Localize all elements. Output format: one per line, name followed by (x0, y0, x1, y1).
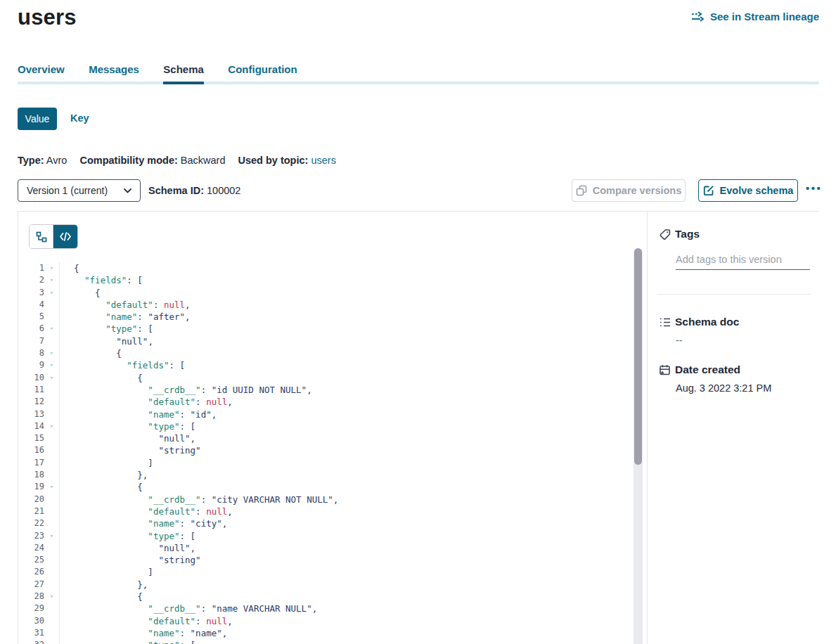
evolve-schema-button[interactable]: Evolve schema (698, 179, 798, 202)
fold-spacer (44, 517, 59, 529)
date-created-section-title: Date created (675, 363, 740, 376)
line-number: 21 (18, 505, 44, 517)
fold-spacer (44, 494, 59, 505)
add-tags-input[interactable] (676, 252, 810, 270)
key-toggle-link[interactable]: Key (70, 112, 89, 124)
value-toggle-button[interactable]: Value (18, 108, 57, 130)
sidebar-divider (657, 294, 811, 295)
schema-doc-value: -- (676, 335, 683, 346)
fold-toggle-icon[interactable]: ▾ (44, 530, 59, 542)
fold-spacer (44, 408, 59, 420)
fold-toggle-icon[interactable]: ▾ (44, 262, 59, 274)
line-number: 10 (18, 372, 44, 384)
page-title: users (18, 5, 77, 30)
line-number: 1 (18, 262, 44, 274)
version-select[interactable]: Version 1 (current) (18, 179, 141, 202)
tab-schema[interactable]: Schema (163, 63, 204, 83)
fold-spacer (44, 566, 59, 578)
fold-spacer (44, 335, 59, 347)
chevron-down-icon (124, 188, 131, 193)
schema-id-field: Schema ID: 100002 (148, 185, 240, 196)
topic-link[interactable]: users (311, 155, 335, 166)
fold-toggle-icon[interactable]: ▾ (44, 420, 59, 432)
fold-spacer (44, 554, 59, 566)
fold-toggle-icon[interactable]: ▾ (44, 323, 59, 335)
line-number: 28 (18, 591, 44, 603)
tab-bar: Overview Messages Schema Configuration (18, 63, 819, 84)
tree-view-button[interactable] (30, 225, 53, 248)
line-number: 14 (18, 420, 44, 432)
fold-spacer (44, 615, 59, 627)
fold-spacer (44, 396, 59, 408)
used-by-topic-field: Used by topic: users (238, 155, 335, 166)
editor-scrollbar-thumb[interactable] (634, 248, 642, 465)
line-number: 20 (18, 494, 44, 505)
code-brackets-icon (60, 232, 71, 241)
fold-spacer (44, 311, 59, 323)
line-number: 5 (18, 311, 44, 323)
calendar-add-icon (659, 364, 671, 377)
line-number: 19 (18, 481, 44, 493)
line-number: 15 (18, 432, 44, 444)
line-number: 13 (18, 408, 44, 420)
compare-versions-button[interactable]: Compare versions (572, 179, 686, 202)
fold-spacer (44, 432, 59, 444)
fold-toggle-icon[interactable]: ▾ (44, 287, 59, 299)
line-number: 27 (18, 579, 44, 591)
line-number: 9 (18, 359, 44, 371)
fold-spacer (44, 627, 59, 639)
schema-editor-panel: 1▾{2▾ "fields": [3▾ {4 "default": null,5… (18, 211, 819, 644)
fold-toggle-icon[interactable]: ▾ (44, 372, 59, 384)
fold-toggle-icon[interactable]: ▾ (44, 591, 59, 603)
copy-cards-icon (576, 185, 587, 196)
schema-doc-section-title: Schema doc (675, 316, 739, 328)
fold-toggle-icon[interactable]: ▾ (44, 347, 59, 359)
line-number: 26 (18, 566, 44, 578)
fold-spacer (44, 542, 59, 554)
line-number: 8 (18, 347, 44, 359)
tree-view-icon (36, 231, 47, 243)
line-number: 31 (18, 627, 44, 639)
compatibility-field: Compatibility mode: Backward (79, 155, 225, 166)
fold-toggle-icon[interactable]: ▾ (44, 481, 59, 493)
fold-spacer (44, 469, 59, 481)
tab-overview[interactable]: Overview (18, 63, 65, 83)
line-number: 24 (18, 542, 44, 554)
fold-spacer (44, 299, 59, 311)
line-number: 7 (18, 335, 44, 347)
line-number: 23 (18, 530, 44, 542)
more-actions-button[interactable]: ••• (806, 182, 822, 194)
date-created-value: Aug. 3 2022 3:21 PM (676, 382, 771, 394)
editor-view-toggle (29, 224, 78, 249)
fold-spacer (44, 603, 59, 614)
tags-section-title: Tags (675, 228, 700, 240)
fold-spacer (44, 579, 59, 591)
line-number: 6 (18, 323, 44, 335)
tab-underline-track (18, 82, 819, 84)
type-field: Type: Avro (18, 155, 67, 166)
editor-scrollbar[interactable] (634, 248, 643, 644)
fold-spacer (44, 444, 59, 456)
line-number: 16 (18, 444, 44, 456)
code-view-button[interactable] (53, 225, 77, 248)
line-number: 32 (18, 639, 44, 644)
tab-configuration[interactable]: Configuration (228, 63, 297, 83)
schema-meta-row: Type: Avro Compatibility mode: Backward … (18, 155, 336, 166)
line-number: 4 (18, 299, 44, 311)
fold-toggle-icon[interactable]: ▾ (44, 639, 59, 644)
line-number: 18 (18, 469, 44, 481)
line-number: 30 (18, 615, 44, 627)
line-number: 11 (18, 384, 44, 396)
schema-page: users See in Stream lineage Overview Mes… (0, 0, 836, 644)
line-number: 2 (18, 274, 44, 286)
see-in-stream-lineage-link[interactable]: See in Stream lineage (691, 11, 819, 22)
tab-messages[interactable]: Messages (89, 63, 139, 83)
fold-toggle-icon[interactable]: ▾ (44, 359, 59, 371)
edit-square-icon (703, 185, 714, 196)
fold-toggle-icon[interactable]: ▾ (44, 274, 59, 286)
schema-details-sidebar: Tags Schema doc -- Date created Aug. 3 2… (647, 212, 819, 644)
schema-doc-list-icon (659, 316, 671, 329)
fold-spacer (44, 505, 59, 517)
stream-lineage-icon (691, 11, 705, 22)
fold-spacer (44, 384, 59, 396)
